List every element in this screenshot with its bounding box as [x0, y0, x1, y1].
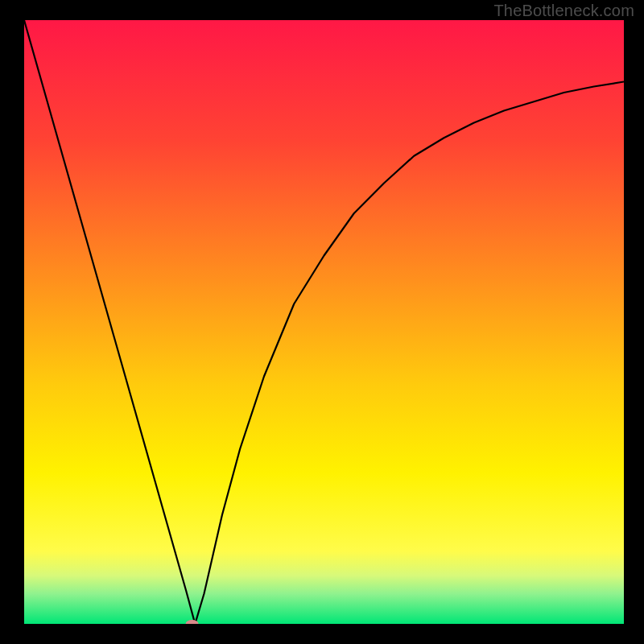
bottleneck-chart — [0, 0, 644, 644]
chart-frame: TheBottleneck.com — [0, 0, 644, 644]
watermark-text: TheBottleneck.com — [493, 2, 634, 20]
minimum-marker — [186, 620, 199, 628]
chart-background — [24, 20, 624, 624]
